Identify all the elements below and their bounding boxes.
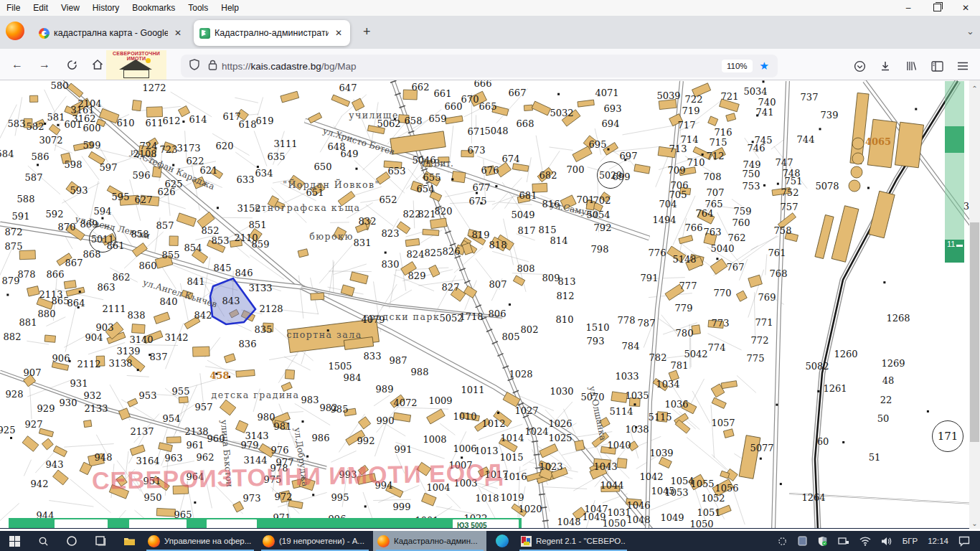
close-button[interactable]: ✕ [951, 3, 980, 13]
lock-icon[interactable] [208, 60, 217, 73]
restore-button[interactable] [923, 3, 951, 13]
parcel-label: 702 [593, 195, 611, 206]
parcel-label: 48 [882, 375, 895, 386]
task-view-icon[interactable] [86, 531, 115, 551]
parcel-label: 597 [100, 162, 118, 173]
hardware-icon[interactable] [838, 537, 849, 546]
menu-item-view[interactable]: View [55, 0, 86, 16]
parcel-label: 807 [489, 279, 507, 290]
vertical-scrollbar[interactable]: ⌃ ⌄ [969, 80, 980, 529]
pocket-icon[interactable] [851, 57, 868, 75]
wifi-icon[interactable] [859, 537, 871, 546]
search-icon[interactable] [29, 531, 57, 551]
parcel-label: 708 [704, 171, 722, 182]
parcel-label: 665 [479, 101, 497, 112]
parcel-label: 823 [382, 228, 400, 239]
parcel-label: 879 [2, 276, 20, 286]
clock[interactable]: 12:14 [928, 537, 948, 545]
parcel-label: 903 [96, 322, 114, 333]
forward-button[interactable]: → [36, 56, 53, 73]
language-indicator[interactable]: БГР [903, 537, 918, 545]
parcel-label: 1023 [539, 461, 562, 472]
menu-item-edit[interactable]: Edit [27, 0, 55, 16]
menu-item-history[interactable]: History [86, 0, 126, 16]
scroll-down-icon[interactable]: ⌄ [969, 519, 980, 527]
minimize-button[interactable]: – [894, 3, 923, 13]
parcel-label: 676 [481, 165, 499, 176]
tab-1[interactable]: кадастрална карта - Google Тъ✕ [33, 20, 189, 46]
parcel-label: 927 [25, 419, 43, 430]
back-button[interactable]: ← [9, 56, 26, 73]
home-button[interactable] [89, 56, 106, 73]
parcel-label: 757 [781, 202, 798, 212]
taskbar-button-3[interactable]: Кадастрално-админ... [373, 531, 486, 551]
scroll-up-icon[interactable]: ⌃ [969, 85, 980, 93]
parcel-label: 948 [95, 452, 113, 463]
tab-strip: кадастрална карта - Google Тъ✕Кадастралн… [0, 16, 980, 49]
url-bar[interactable]: https://kais.cadastre.bg/bg/Map 110% ★ [181, 55, 778, 77]
url-text[interactable]: https://kais.cadastre.bg/bg/Map [222, 61, 722, 72]
parcel-label: 5039 [656, 90, 680, 101]
list-tabs-chevron-icon[interactable]: ⌄ [966, 26, 974, 37]
parcel-label: 1057 [711, 418, 735, 428]
security-shield-icon[interactable] [817, 536, 828, 547]
parcel-label: 906 [52, 353, 70, 364]
zoom-level-badge[interactable]: 110% [722, 60, 753, 72]
shield-icon[interactable] [189, 59, 199, 73]
cortana-icon[interactable] [57, 531, 86, 551]
firefox-icon[interactable] [6, 22, 24, 40]
parcel-label: 836 [239, 339, 257, 349]
tab-close-icon[interactable]: ✕ [172, 28, 184, 38]
downloads-icon[interactable] [877, 57, 894, 75]
scrollbar-thumb[interactable] [970, 222, 979, 442]
parcel-label: 780 [676, 328, 694, 339]
parcel-label: 872 [5, 227, 23, 237]
bookmark-star-icon[interactable]: ★ [760, 60, 769, 72]
taskbar-button-2[interactable]: (19 непрочетени) - А... [258, 531, 372, 551]
parcel-label: 851 [249, 220, 267, 230]
snip-tool-icon[interactable] [777, 536, 788, 547]
menu-item-file[interactable]: File [0, 0, 27, 16]
new-tab-button[interactable]: + [363, 24, 371, 39]
sidebar-icon[interactable] [928, 57, 946, 75]
parcel-label: 1019 [500, 492, 524, 503]
parcel-label: 710 [687, 157, 705, 168]
parcel-label: 593 [70, 185, 88, 196]
menu-item-help[interactable]: Help [215, 0, 245, 16]
parcel-label: 587 [25, 172, 43, 183]
parcel-label: 764 [696, 208, 714, 219]
taskbar-button-4[interactable]: Regent 2.1 - "СЕВЕРО... [517, 531, 630, 551]
menu-hamburger-icon[interactable] [954, 57, 971, 75]
parcel-label: 853 [212, 235, 230, 246]
file-explorer-icon[interactable] [115, 531, 143, 551]
parcel-label: 772 [751, 335, 769, 346]
parcel-label: 763 [704, 227, 722, 237]
display-icon[interactable] [798, 536, 807, 546]
parcel-label: 667 [509, 88, 527, 98]
parcel-label: 824 [407, 249, 425, 260]
action-center-icon[interactable] [958, 536, 970, 547]
start-button[interactable] [0, 531, 29, 551]
tab-2[interactable]: Кадастрално-административн✕ [194, 20, 350, 46]
windows-taskbar: Управление на офер...(19 непрочетени) - … [0, 531, 980, 551]
volume-icon[interactable] [881, 537, 892, 546]
menu-item-bookmarks[interactable]: Bookmarks [126, 0, 182, 16]
parcel-label: 808 [517, 263, 535, 274]
parcel-label: 697 [620, 151, 638, 161]
taskbar-button-1[interactable]: Управление на офер... [143, 531, 257, 551]
parcel-label: 3 [963, 201, 969, 212]
parcel-label: 1018 [475, 493, 499, 504]
parcel-label: 3142 [164, 332, 188, 343]
parcel-label: 1045 [651, 486, 674, 496]
cadastral-map[interactable]: 5801272210431613162581582583601600610611… [0, 80, 980, 529]
reload-button[interactable] [63, 56, 80, 73]
menu-bar: FileEditViewHistoryBookmarksToolsHelp [0, 0, 980, 16]
parcel-label: 721 [721, 91, 739, 102]
parcel-label: 928 [6, 389, 24, 400]
library-icon[interactable] [903, 57, 920, 75]
tab-close-icon[interactable]: ✕ [333, 28, 344, 38]
menu-item-tools[interactable]: Tools [182, 0, 215, 16]
taskbar-button-label: (19 непрочетени) - А... [279, 537, 364, 545]
parcel-label: 654 [417, 184, 435, 194]
edge-icon[interactable] [488, 531, 517, 551]
